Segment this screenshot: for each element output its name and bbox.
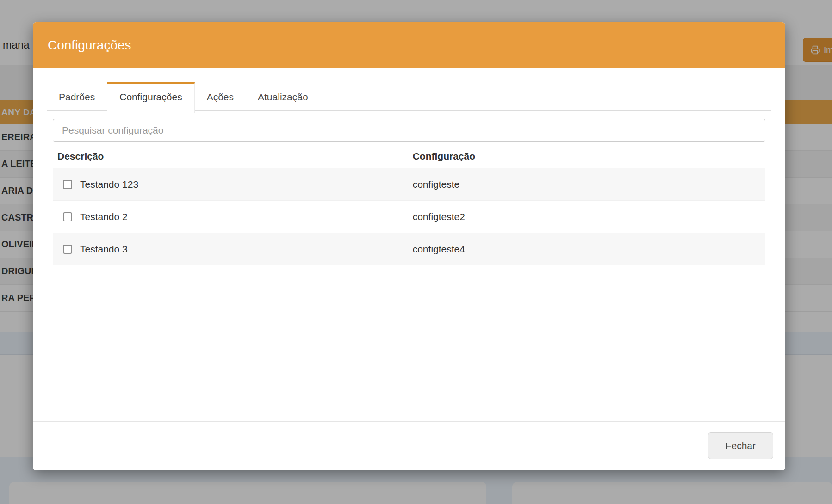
row-configuration: configteste (413, 179, 460, 190)
table-row: Testando 3configteste4 (53, 233, 765, 265)
row-description: Testando 123 (80, 179, 138, 190)
config-table: Descrição Configuração Testando 123confi… (53, 142, 765, 265)
row-description: Testando 2 (80, 211, 128, 222)
tab-atualizacao[interactable]: Atualização (246, 82, 320, 110)
modal-tabs: PadrõesConfiguraçõesAçõesAtualização (47, 82, 771, 111)
close-button[interactable]: Fechar (708, 432, 773, 459)
table-row: Testando 2configteste2 (53, 201, 765, 233)
column-header-configuracao: Configuração (413, 151, 765, 162)
config-table-body: Testando 123configtesteTestando 2configt… (53, 168, 765, 265)
config-table-header: Descrição Configuração (53, 142, 765, 168)
row-description: Testando 3 (80, 244, 128, 255)
row-checkbox[interactable] (63, 245, 72, 254)
row-checkbox[interactable] (63, 180, 72, 189)
table-row: Testando 123configteste (53, 168, 765, 201)
modal-header: Configurações (33, 22, 785, 68)
column-header-descricao: Descrição (53, 151, 413, 162)
row-checkbox[interactable] (63, 212, 72, 221)
tab-acoes[interactable]: Ações (195, 82, 246, 110)
modal-title: Configurações (48, 38, 131, 53)
modal-body: PadrõesConfiguraçõesAçõesAtualização Des… (33, 68, 785, 265)
configuracoes-modal: Configurações PadrõesConfiguraçõesAçõesA… (33, 22, 785, 470)
modal-footer: Fechar (33, 421, 785, 470)
tab-padroes[interactable]: Padrões (47, 82, 107, 110)
tab-configuracoes[interactable]: Configurações (107, 82, 194, 113)
search-input[interactable] (53, 119, 765, 142)
row-configuration: configteste4 (413, 244, 465, 254)
row-configuration: configteste2 (413, 211, 465, 222)
